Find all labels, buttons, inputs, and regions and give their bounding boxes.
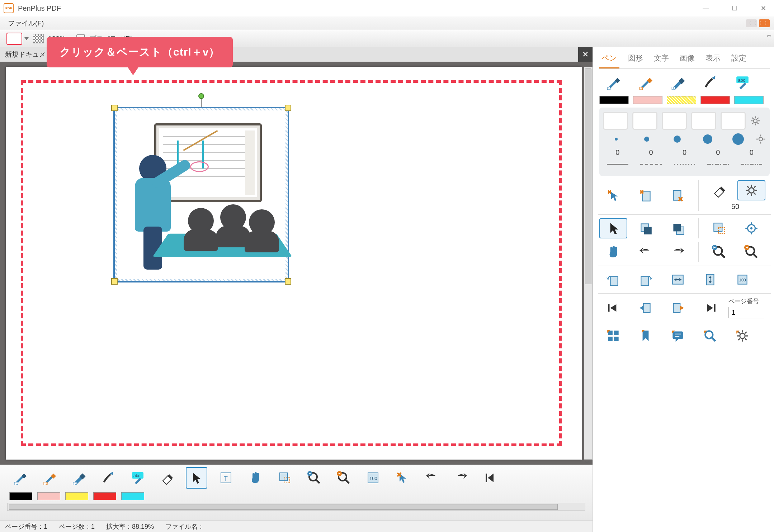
- rotation-handle[interactable]: [198, 93, 204, 99]
- search-tool[interactable]: [696, 326, 724, 346]
- eraser-tool-sp[interactable]: [705, 180, 733, 200]
- sp-color-cyan[interactable]: [734, 96, 764, 104]
- stroke-color-swatch[interactable]: [6, 33, 22, 45]
- next-page-btn[interactable]: [664, 298, 692, 318]
- document-tab-close-button[interactable]: ✕: [578, 47, 593, 62]
- bottom-horizontal-scrollbar[interactable]: [7, 503, 585, 511]
- eraser-tool[interactable]: [156, 467, 178, 489]
- select-tool[interactable]: [186, 467, 207, 489]
- last-page-btn[interactable]: [696, 298, 724, 318]
- tab-view[interactable]: 表示: [703, 50, 723, 68]
- window-close-button[interactable]: ✕: [756, 1, 770, 15]
- sp-zoom-out[interactable]: [705, 242, 733, 262]
- thumbnails-tool[interactable]: [599, 326, 627, 346]
- delete-cursor-tool[interactable]: [599, 186, 627, 206]
- tab-settings[interactable]: 設定: [729, 50, 749, 68]
- brush-tool[interactable]: [98, 467, 119, 489]
- collapse-bottombar-icon[interactable]: ︾: [585, 460, 590, 466]
- menu-file[interactable]: ファイル(F): [4, 16, 47, 30]
- sp-color-pink[interactable]: [633, 96, 662, 104]
- eraser-settings-tool[interactable]: [737, 180, 765, 200]
- pen-preset-slot-1[interactable]: [603, 112, 628, 130]
- zoom-out-tool[interactable]: [303, 467, 325, 489]
- undo-tool[interactable]: [421, 467, 443, 489]
- resize-handle-tr[interactable]: [285, 105, 291, 111]
- pen-preset-slot-3[interactable]: [662, 112, 687, 130]
- layer-front-tool[interactable]: [664, 218, 692, 238]
- delete-page-object-tool[interactable]: [632, 186, 660, 206]
- line-style-dashdot[interactable]: [703, 160, 732, 168]
- pan-tool[interactable]: [245, 467, 266, 489]
- clear-selection-tool[interactable]: [392, 467, 413, 489]
- preset-settings-gear-icon[interactable]: [750, 115, 761, 126]
- text-box-tool[interactable]: T: [215, 467, 237, 489]
- selected-image-object[interactable]: [113, 107, 289, 282]
- size-settings-gear-icon[interactable]: [755, 134, 766, 144]
- line-style-dashdotdot[interactable]: [737, 160, 766, 168]
- settings-tool[interactable]: [728, 326, 756, 346]
- pen-opacity-4[interactable]: 0: [703, 148, 732, 157]
- line-style-solid[interactable]: [603, 160, 632, 168]
- sp-undo[interactable]: [632, 242, 660, 262]
- highlighter-tool[interactable]: 1: [68, 467, 90, 489]
- sp-select-tool[interactable]: [599, 218, 627, 238]
- pen-tool-1[interactable]: 1: [9, 467, 31, 489]
- resize-handle-tl[interactable]: [111, 105, 118, 111]
- quick-color-red[interactable]: [93, 492, 116, 500]
- redo-tool[interactable]: [450, 467, 472, 489]
- layer-back-tool[interactable]: [632, 218, 660, 238]
- pen-opacity-5[interactable]: 0: [737, 148, 766, 157]
- sp-color-yellow[interactable]: [667, 96, 696, 104]
- delete-document-tool[interactable]: [664, 186, 692, 206]
- fit-height-tool[interactable]: [696, 270, 724, 290]
- first-page-tool[interactable]: [480, 467, 501, 489]
- sp-highlighter[interactable]: 1: [664, 72, 692, 92]
- page[interactable]: [6, 67, 582, 460]
- pen-opacity-1[interactable]: 0: [603, 148, 632, 157]
- tab-text[interactable]: 文字: [652, 50, 671, 68]
- sp-pen-2[interactable]: 2: [632, 72, 660, 92]
- line-style-dot[interactable]: [670, 160, 699, 168]
- vertical-scrollbar-thumb[interactable]: [585, 68, 591, 284]
- nav-forward-button[interactable]: 〉〉: [759, 19, 770, 27]
- sp-brush[interactable]: [696, 72, 724, 92]
- comment-tool[interactable]: [664, 326, 692, 346]
- pen-size-2[interactable]: [644, 137, 649, 142]
- canvas-area[interactable]: [0, 62, 593, 465]
- bookmark-tool[interactable]: [632, 326, 660, 346]
- window-minimize-button[interactable]: —: [699, 1, 713, 15]
- bottom-scrollbar-thumb[interactable]: [9, 504, 558, 510]
- pen-preset-slot-4[interactable]: [691, 112, 716, 130]
- fill-pattern-swatch[interactable]: [33, 34, 44, 43]
- sp-redo[interactable]: [664, 242, 692, 262]
- area-select-tool[interactable]: [274, 467, 296, 489]
- pen-size-5[interactable]: [732, 133, 744, 145]
- sp-color-black[interactable]: [599, 96, 629, 104]
- tab-image[interactable]: 画像: [678, 50, 697, 68]
- sp-area-select[interactable]: [705, 218, 733, 238]
- resize-handle-bl[interactable]: [111, 278, 118, 285]
- nav-back-button[interactable]: 〈〈: [746, 19, 757, 27]
- rotate-left-tool[interactable]: [599, 270, 627, 290]
- zoom-in-tool[interactable]: [333, 467, 354, 489]
- quick-color-black[interactable]: [9, 492, 32, 500]
- sp-pen-1[interactable]: 1: [599, 72, 627, 92]
- sp-color-red[interactable]: [700, 96, 730, 104]
- pen-opacity-3[interactable]: 0: [670, 148, 699, 157]
- tab-pen[interactable]: ペン: [599, 50, 619, 68]
- zoom-100-tool[interactable]: 100: [362, 467, 384, 489]
- text-highlight-tool[interactable]: abc: [127, 467, 148, 489]
- resize-handle-br[interactable]: [285, 278, 291, 285]
- pen-preset-slot-2[interactable]: [632, 112, 657, 130]
- line-style-dash-1[interactable]: [636, 160, 665, 168]
- sp-pan-tool[interactable]: [599, 242, 627, 262]
- pen-tool-2[interactable]: 2: [39, 467, 60, 489]
- window-maximize-button[interactable]: ☐: [727, 1, 742, 15]
- collapse-propbar-icon[interactable]: ︽: [767, 32, 772, 38]
- zoom-actual-tool[interactable]: 100: [728, 270, 756, 290]
- stroke-color-dropdown-icon[interactable]: [24, 37, 29, 40]
- prev-page-btn[interactable]: [632, 298, 660, 318]
- sp-zoom-in[interactable]: [737, 242, 765, 262]
- fit-width-tool[interactable]: [664, 270, 692, 290]
- quick-color-cyan[interactable]: [121, 492, 144, 500]
